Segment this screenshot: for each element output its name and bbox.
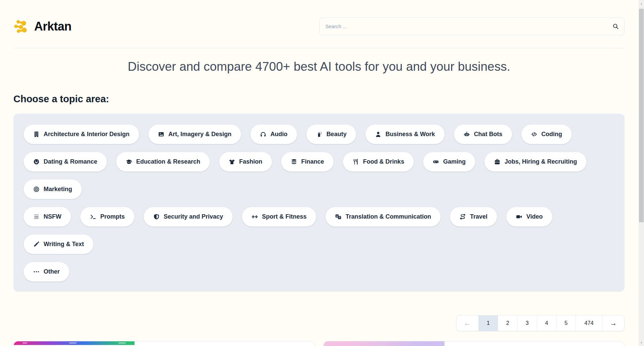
pagination-page-4[interactable]: 4 — [537, 315, 556, 331]
topic-pill-security-and-privacy[interactable]: Security and Privacy — [144, 207, 233, 227]
briefcase-icon — [494, 159, 500, 165]
topic-pill-travel[interactable]: Travel — [450, 207, 497, 227]
code-icon — [531, 131, 537, 137]
topic-pill-finance[interactable]: Finance — [281, 152, 334, 172]
arrow-left-icon: ← — [464, 319, 471, 327]
svg-text:A: A — [336, 215, 338, 217]
topic-pill-label: Audio — [270, 131, 287, 138]
topic-pill-dating-romance[interactable]: Dating & Romance — [23, 152, 107, 172]
video-camera-icon — [516, 214, 522, 220]
pagination-page-474[interactable]: 474 — [576, 315, 602, 331]
ellipsis-icon — [33, 269, 40, 275]
robot-icon — [464, 131, 470, 137]
topic-pill-translation-communication[interactable]: ATranslation & Communication — [325, 207, 441, 227]
search-button[interactable] — [610, 21, 621, 32]
topic-pill-label: Prompts — [100, 213, 125, 220]
spray-bottle-icon — [316, 131, 322, 137]
header: Arktan — [13, 0, 625, 48]
shield-icon — [153, 214, 160, 220]
topic-pill-prompts[interactable]: Prompts — [80, 207, 135, 227]
dumbbell-icon — [252, 214, 258, 220]
tool-card-auto-backend[interactable]: autobackend Describe your backend — [323, 341, 625, 346]
topic-pill-art-imagery-design[interactable]: Art, Imagery & Design — [148, 124, 241, 144]
autobackend-thumbnail: autobackend Describe your backend — [324, 341, 445, 346]
topic-pill-business-work[interactable]: Business & Work — [365, 124, 445, 144]
topic-pill-gaming[interactable]: Gaming — [423, 152, 475, 172]
topic-pill-video[interactable]: Video — [506, 207, 552, 227]
topic-pill-label: Jobs, Hiring & Recruiting — [504, 158, 577, 165]
scrollbar-thumb[interactable] — [639, 9, 644, 222]
pagination-next-button[interactable]: → — [602, 315, 624, 331]
tshirt-icon — [229, 159, 235, 165]
topic-pill-chat-bots[interactable]: Chat Bots — [454, 124, 512, 144]
topic-pills-row: Other — [23, 262, 614, 282]
topic-pill-label: Other — [44, 268, 60, 275]
topic-pill-label: Education & Research — [136, 158, 200, 165]
topic-pill-label: Chat Bots — [474, 131, 502, 138]
topic-pill-nsfw[interactable]: xxxNSFW — [23, 207, 71, 227]
search-input[interactable] — [319, 17, 625, 35]
image-icon — [158, 131, 164, 137]
language-icon: A — [335, 214, 341, 220]
topic-pill-audio[interactable]: Audio — [250, 124, 297, 144]
search-box — [319, 17, 625, 35]
scrollbar-up-arrow[interactable]: ▲ — [639, 1, 644, 6]
topic-pill-label: Translation & Communication — [345, 213, 431, 220]
topic-pill-label: Finance — [301, 158, 324, 165]
topics-heading: Choose a topic area: — [13, 94, 625, 105]
topic-pill-label: Architecture & Interior Design — [44, 131, 129, 138]
pencil-icon — [33, 241, 40, 247]
pagination-page-1[interactable]: 1 — [478, 315, 498, 331]
topic-pill-education-research[interactable]: Education & Research — [116, 152, 210, 172]
topic-pill-coding[interactable]: Coding — [521, 124, 572, 144]
brand-name: Arktan — [34, 19, 71, 34]
tool-card-travelmate[interactable]: Discover Your Perfect Holiday Destinatio… — [13, 341, 315, 346]
smiley-face-icon — [33, 159, 40, 165]
topic-pill-other[interactable]: Other — [23, 262, 69, 282]
topic-pill-architecture-interior-design[interactable]: Architecture & Interior Design — [23, 124, 139, 144]
bullseye-icon — [33, 186, 40, 192]
topic-pills-row: Dating & RomanceEducation & ResearchFash… — [23, 152, 614, 199]
graduation-cap-icon — [126, 159, 132, 165]
topic-pill-sport-fitness[interactable]: Sport & Fitness — [242, 207, 316, 227]
topic-pill-label: Food & Drinks — [363, 158, 404, 165]
brand-logo-icon — [13, 19, 29, 34]
topic-pill-label: Beauty — [326, 131, 346, 138]
scrollbar-down-arrow[interactable]: ▼ — [639, 340, 644, 345]
utensils-icon — [353, 159, 359, 165]
gamepad-icon — [433, 159, 439, 165]
topic-pill-food-drinks[interactable]: Food & Drinks — [343, 152, 414, 172]
topic-pill-label: Fashion — [239, 158, 262, 165]
topic-pill-marketing[interactable]: Marketing — [23, 179, 82, 199]
pagination-page-2[interactable]: 2 — [498, 315, 517, 331]
pagination-page-3[interactable]: 3 — [517, 315, 537, 331]
terminal-icon — [90, 214, 96, 220]
topic-pill-label: Security and Privacy — [164, 213, 223, 220]
tool-card-body: Auto Backend Describe what you'd like yo… — [445, 341, 625, 346]
topic-pill-label: Sport & Fitness — [262, 213, 307, 220]
topic-pill-writing-text[interactable]: Writing & Text — [23, 234, 94, 254]
pagination-previous-button[interactable]: ← — [457, 315, 478, 331]
brand-logo[interactable]: Arktan — [13, 19, 71, 34]
headphones-icon — [260, 131, 266, 137]
topic-pill-label: Business & Work — [385, 131, 435, 138]
route-icon — [460, 214, 466, 220]
scrollbar[interactable]: ▲ ▼ — [639, 0, 644, 346]
tool-card-body: TravelMate AI generated guides for thous… — [135, 341, 315, 346]
building-icon — [33, 131, 40, 137]
hero-headline: Discover and compare 4700+ best AI tools… — [13, 59, 625, 74]
coins-icon — [291, 159, 297, 165]
topic-pill-fashion[interactable]: Fashion — [219, 152, 272, 172]
topic-pill-label: Writing & Text — [44, 241, 84, 248]
topic-pill-beauty[interactable]: Beauty — [306, 124, 356, 144]
topic-pill-label: Gaming — [443, 158, 466, 165]
pagination: ←12345474→ — [456, 315, 625, 331]
topic-pill-jobs-hiring-recruiting[interactable]: Jobs, Hiring & Recruiting — [484, 152, 587, 172]
topic-pill-label: NSFW — [44, 213, 61, 220]
topic-pill-label: Video — [526, 213, 543, 220]
xxx-icon: xxx — [33, 214, 40, 220]
arktan-directory-page: { "brand": { "name": "Arktan" }, "header… — [0, 0, 644, 346]
svg-text:xxx: xxx — [34, 215, 39, 218]
topic-pills: Architecture & Interior DesignArt, Image… — [13, 114, 625, 292]
pagination-page-5[interactable]: 5 — [556, 315, 576, 331]
